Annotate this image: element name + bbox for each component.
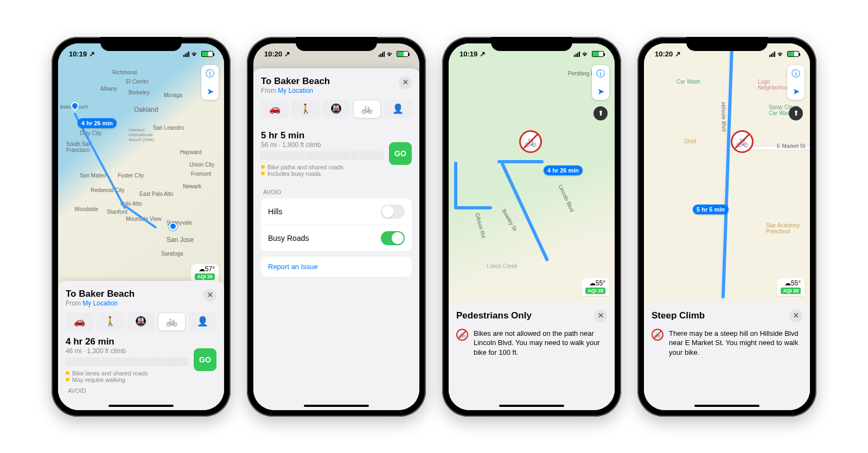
aqi-badge: AQI 28 [781, 288, 801, 294]
cellular-signal-icon [574, 52, 580, 57]
tab-rideshare[interactable]: 👤 [189, 312, 216, 331]
tab-walk[interactable]: 🚶 [292, 100, 320, 118]
cellular-signal-icon [379, 52, 385, 57]
elevation-sparkline [261, 151, 384, 160]
wifi-icon: ᯤ [387, 50, 394, 59]
notch [686, 37, 768, 51]
weather-badge[interactable]: ☁57° AQI 26 [191, 264, 219, 282]
phone-frame: Richmond El Cerrito Albany Berkeley Mora… [52, 37, 231, 417]
route-card[interactable]: To Baker Beach From My Location ✕ 🚗 🚶 🚇 … [58, 281, 224, 410]
elevation-sparkline [66, 358, 188, 366]
no-bike-icon: 🚲 [456, 329, 468, 341]
toggle-label: Busy Roads [268, 234, 309, 243]
tab-transit[interactable]: 🚇 [127, 312, 155, 331]
weather-badge[interactable]: ☁55° AQI 28 [582, 278, 609, 296]
battery-icon [787, 51, 799, 57]
battery-icon [397, 51, 409, 57]
busy-roads-toggle[interactable] [381, 231, 405, 245]
compass-icon[interactable]: ⬆ [593, 106, 608, 120]
weather-temp: 55° [791, 279, 801, 287]
tab-walk[interactable]: 🚶 [97, 312, 124, 331]
route-note: Bike paths and shared roads [261, 164, 384, 170]
screen: Hillside Blvd E Market St LugoNeighborho… [644, 43, 810, 410]
route-distance: 46 mi · 1,300 ft climb [66, 347, 188, 355]
locate-button[interactable]: ➤ [597, 86, 604, 97]
weather-icon: ☁ [784, 279, 791, 287]
status-time: 10:19 [69, 50, 87, 58]
wifi-icon: ᯤ [582, 50, 590, 59]
weather-temp: 55° [596, 279, 605, 287]
wifi-icon: ᯤ [192, 50, 199, 59]
route-note: May require walking [66, 377, 188, 383]
weather-badge[interactable]: ☁55° AQI 28 [777, 278, 805, 296]
phone-frame: 10:20↗ ᯤ To Baker Beach From My Location… [247, 37, 426, 417]
screen: Pershing Dr Lincoln Blvd Bowley St Gibso… [449, 43, 615, 410]
home-indicator[interactable] [499, 405, 564, 407]
avoid-section-label: AVOID [68, 387, 216, 394]
from-location-link[interactable]: My Location [278, 87, 313, 94]
route-alert-card[interactable]: Steep Climb ✕ 🚲 There may be a steep hil… [644, 302, 810, 410]
transport-mode-tabs: 🚗 🚶 🚇 🚲 👤 [261, 100, 412, 118]
locate-button[interactable]: ➤ [207, 86, 214, 97]
close-button[interactable]: ✕ [789, 309, 802, 322]
toggle-label: Hills [268, 207, 282, 216]
map-controls: ⓘ ➤ [592, 65, 609, 100]
map-controls: ⓘ ➤ [201, 65, 219, 100]
close-button[interactable]: ✕ [399, 76, 412, 89]
compass-icon[interactable]: ⬆ [789, 106, 803, 120]
phone-frame: Pershing Dr Lincoln Blvd Bowley St Gibso… [442, 37, 621, 417]
tab-car[interactable]: 🚗 [261, 100, 289, 118]
info-button[interactable]: ⓘ [596, 68, 605, 80]
aqi-badge: AQI 28 [585, 288, 605, 294]
close-button[interactable]: ✕ [594, 309, 607, 322]
from-location-link[interactable]: My Location [82, 299, 118, 307]
tab-bike[interactable]: 🚲 [353, 100, 381, 118]
no-bike-sign-icon: 🚲 [519, 130, 542, 153]
cellular-signal-icon [183, 52, 189, 57]
notch [491, 37, 572, 51]
battery-icon [201, 51, 213, 57]
aqi-badge: AQI 26 [195, 273, 215, 280]
avoid-busy-roads-row[interactable]: Busy Roads [261, 225, 412, 251]
route-distance: 56 mi · 1,900 ft climb [261, 141, 384, 149]
go-button[interactable]: GO [194, 348, 216, 371]
report-issue-link[interactable]: Report an Issue [261, 257, 412, 277]
home-indicator[interactable] [108, 405, 174, 407]
hills-toggle[interactable] [381, 205, 405, 219]
tab-bike[interactable]: 🚲 [158, 312, 186, 331]
transport-mode-tabs: 🚗 🚶 🚇 🚲 👤 [66, 312, 216, 331]
route-duration: 4 hr 26 min [66, 336, 188, 347]
card-subtitle: From My Location [261, 87, 330, 94]
tab-rideshare[interactable]: 👤 [384, 100, 412, 118]
tab-car[interactable]: 🚗 [66, 312, 93, 331]
route-time-bubble: 5 hr 5 min [693, 205, 729, 214]
screen: Richmond El Cerrito Albany Berkeley Mora… [58, 43, 224, 410]
weather-temp: 57° [205, 265, 215, 273]
route-alert-card[interactable]: Pedestrians Only ✕ 🚲 Bikes are not allow… [449, 302, 615, 410]
home-indicator[interactable] [694, 405, 760, 407]
card-subtitle: From My Location [66, 299, 135, 307]
info-button[interactable]: ⓘ [206, 68, 214, 80]
current-location-dot [169, 222, 177, 230]
route-card-expanded[interactable]: To Baker Beach From My Location ✕ 🚗 🚶 🚇 … [253, 68, 419, 410]
notch [296, 37, 377, 51]
close-button[interactable]: ✕ [203, 289, 216, 302]
avoid-hills-row[interactable]: Hills [261, 199, 412, 225]
status-time: 10:20 [264, 50, 282, 58]
steep-climb-icon: 🚲 [652, 329, 663, 341]
route-time-bubble: 4 hr 26 min [78, 118, 117, 128]
locate-button[interactable]: ➤ [793, 86, 800, 97]
alert-body-text: There may be a steep hill on Hillside Bl… [669, 329, 802, 358]
alert-title: Pedestrians Only [456, 310, 532, 321]
tab-transit[interactable]: 🚇 [323, 100, 350, 118]
home-indicator[interactable] [304, 405, 369, 407]
card-title: To Baker Beach [261, 76, 330, 87]
alert-title: Steep Climb [652, 310, 705, 321]
location-arrow-icon: ↗ [89, 50, 95, 58]
map-controls: ⓘ ➤ [787, 65, 805, 100]
route-note: Bike lanes and shared roads [66, 370, 188, 377]
info-button[interactable]: ⓘ [792, 68, 800, 80]
go-button[interactable]: GO [389, 142, 412, 165]
alert-body-text: Bikes are not allowed on the path near L… [474, 329, 607, 358]
location-arrow-icon: ↗ [480, 50, 486, 58]
